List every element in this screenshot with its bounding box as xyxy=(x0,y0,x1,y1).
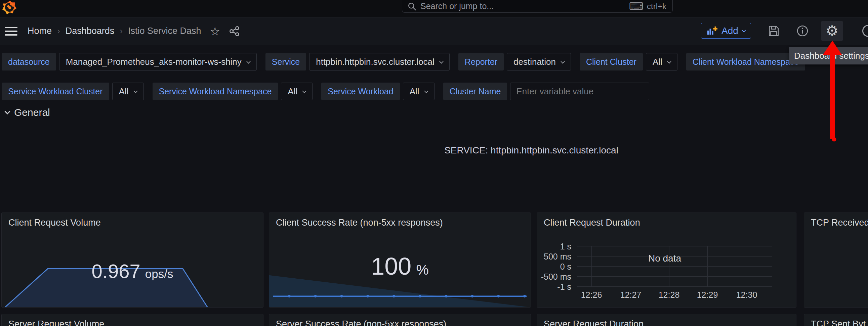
search-icon xyxy=(408,2,416,11)
gridline xyxy=(577,276,772,276)
breadcrumb-dashboards[interactable]: Dashboards xyxy=(65,26,115,36)
breadcrumb-current-dashboard: Istio Service Dash xyxy=(128,26,201,36)
variable-cluster-name: Cluster Name xyxy=(443,83,650,100)
panel-title: Client Request Duration xyxy=(544,218,640,228)
chevron-down-icon xyxy=(5,109,10,115)
panel-title: Server Success Rate (non-5xx responses) xyxy=(276,319,446,326)
gridline xyxy=(631,246,631,286)
variable-dropdown-service[interactable]: httpbin.httpbin.svc.cluster.local xyxy=(309,53,450,70)
history-clock-icon xyxy=(861,24,868,38)
variable-label-datasource: datasource xyxy=(2,53,56,70)
panel-tcp-received[interactable]: TCP Received xyxy=(804,213,868,307)
grafana-dashboard-screen: Search or jump to... ⌨ ctrl+k Home › Das… xyxy=(0,0,868,326)
panel-title: TCP Received xyxy=(811,218,868,228)
chevron-down-icon xyxy=(742,28,746,33)
breadcrumb-home[interactable]: Home xyxy=(28,26,52,36)
add-button-label: Add xyxy=(721,26,738,36)
variable-dropdown-service-workload-namespace[interactable]: All xyxy=(281,83,312,100)
variable-client-cluster: Client Cluster All xyxy=(580,53,678,70)
gridline xyxy=(577,266,772,267)
panel-server-success-rate[interactable]: Server Success Rate (non-5xx responses) xyxy=(269,314,531,326)
variable-label-client-cluster: Client Cluster xyxy=(580,53,643,70)
annotation-arrow-icon xyxy=(816,34,850,148)
panel-client-request-volume[interactable]: Client Request Volume 0.967 ops/s xyxy=(1,213,264,307)
variables-row-2: Service Workload Cluster All Service Wor… xyxy=(2,83,649,100)
panel-title: Client Success Rate (non-5xx responses) xyxy=(276,218,443,228)
panel-client-request-duration[interactable]: Client Request Duration 1 s 500 ms 0 s -… xyxy=(537,213,797,307)
gridline xyxy=(577,246,772,247)
save-icon xyxy=(768,25,780,37)
variable-dropdown-datasource[interactable]: Managed_Prometheus_aks-monitor-ws-shiny xyxy=(59,53,257,70)
panel-tcp-sent[interactable]: TCP Sent Byt xyxy=(804,314,868,326)
variable-datasource: datasource Managed_Prometheus_aks-monito… xyxy=(2,53,257,70)
section-general[interactable]: General xyxy=(5,107,50,118)
chevron-down-icon xyxy=(560,59,565,63)
stat-unit: % xyxy=(416,262,429,278)
add-button[interactable]: Add xyxy=(701,23,751,39)
y-axis-tick: 1 s xyxy=(538,242,571,252)
no-data-message: No data xyxy=(638,253,691,264)
panel-client-success-rate[interactable]: Client Success Rate (non-5xx responses) … xyxy=(269,213,531,307)
variable-dropdown-service-workload-cluster[interactable]: All xyxy=(112,83,144,100)
variable-reporter: Reporter destination xyxy=(458,53,571,70)
variable-service-workload-namespace: Service Workload Namespace All xyxy=(153,83,313,100)
variables-row-1: datasource Managed_Prometheus_aks-monito… xyxy=(2,53,805,70)
y-axis-tick: -1 s xyxy=(538,282,571,292)
stat-value-group: 0.967 ops/s xyxy=(2,260,263,282)
top-bar: Search or jump to... ⌨ ctrl+k xyxy=(0,0,868,18)
variable-label-cluster-name: Cluster Name xyxy=(443,83,507,100)
variable-client-workload-namespace: Client Workload Namespace xyxy=(686,53,805,70)
gridline xyxy=(747,246,747,286)
panel-title: TCP Sent Byt xyxy=(811,319,866,326)
menu-icon[interactable] xyxy=(5,27,18,36)
section-title: General xyxy=(14,107,50,118)
graph-bar-plus-icon xyxy=(707,26,717,36)
search-input[interactable]: Search or jump to... ⌨ ctrl+k xyxy=(402,0,673,13)
stat-unit: ops/s xyxy=(145,267,174,281)
service-banner-text: SERVICE: httpbin.httpbin.svc.cluster.loc… xyxy=(444,145,618,156)
variable-label-service: Service xyxy=(266,53,306,70)
keyboard-icon: ⌨ xyxy=(629,1,644,11)
panel-server-request-duration[interactable]: Server Request Duration xyxy=(537,314,797,326)
stat-value: 0.967 xyxy=(92,260,141,282)
variable-dropdown-reporter[interactable]: destination xyxy=(507,53,571,70)
gridline xyxy=(669,246,670,286)
gridline xyxy=(591,246,592,286)
y-axis-tick: 0 s xyxy=(538,262,571,272)
breadcrumb: Home › Dashboards › Istio Service Dash xyxy=(28,26,201,36)
breadcrumb-separator-icon: › xyxy=(120,26,123,36)
favorite-star-icon[interactable]: ☆ xyxy=(210,26,220,37)
panel-title: Server Request Duration xyxy=(544,319,644,326)
gridline xyxy=(577,286,772,287)
save-dashboard-button[interactable] xyxy=(763,21,784,41)
variable-label-service-workload-cluster: Service Workload Cluster xyxy=(2,83,109,100)
variable-service: Service httpbin.httpbin.svc.cluster.loca… xyxy=(266,53,450,70)
breadcrumb-separator-icon: › xyxy=(57,26,60,36)
chevron-down-icon xyxy=(302,89,307,93)
y-axis-tick: 500 ms xyxy=(538,252,571,262)
search-placeholder: Search or jump to... xyxy=(421,1,494,11)
chevron-down-icon xyxy=(424,89,429,93)
variable-label-service-workload: Service Workload xyxy=(321,83,400,100)
variable-label-reporter: Reporter xyxy=(458,53,504,70)
grafana-logo-icon[interactable] xyxy=(2,0,17,15)
x-axis-tick: 12:28 xyxy=(651,290,687,300)
variable-dropdown-client-cluster[interactable]: All xyxy=(646,53,678,70)
time-history-button[interactable] xyxy=(858,21,868,41)
cluster-name-input[interactable] xyxy=(510,83,649,100)
x-axis-tick: 12:27 xyxy=(612,290,649,300)
panel-server-request-volume[interactable]: Server Request Volume xyxy=(1,314,264,326)
shortcut-hint: ctrl+k xyxy=(647,2,666,11)
dashboard-info-button[interactable] xyxy=(792,21,813,41)
chevron-down-icon xyxy=(133,89,138,93)
variable-label-service-workload-namespace: Service Workload Namespace xyxy=(153,83,278,100)
variable-dropdown-service-workload[interactable]: All xyxy=(403,83,434,100)
variable-label-client-workload-namespace: Client Workload Namespace xyxy=(686,53,805,70)
share-icon[interactable] xyxy=(229,26,240,37)
chevron-down-icon xyxy=(246,59,251,63)
chevron-down-icon xyxy=(439,59,443,63)
variable-service-workload-cluster: Service Workload Cluster All xyxy=(2,83,144,100)
stat-value-group: 100 % xyxy=(269,253,531,280)
panel-title: Client Request Volume xyxy=(8,218,101,228)
x-axis-tick: 12:26 xyxy=(573,290,610,300)
